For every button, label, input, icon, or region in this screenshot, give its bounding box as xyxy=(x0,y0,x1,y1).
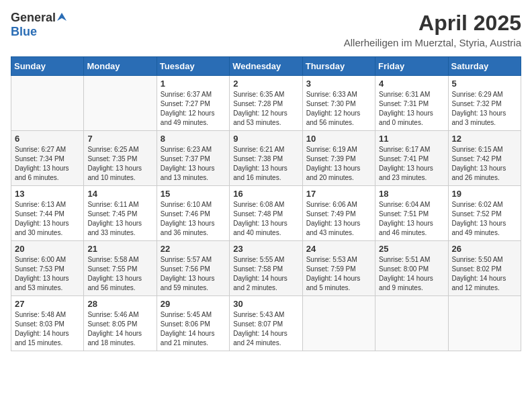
page-header: General Blue April 2025 Allerheiligen im… xyxy=(11,11,521,48)
calendar-row: 13Sunrise: 6:13 AMSunset: 7:44 PMDayligh… xyxy=(11,186,521,241)
day-info: Sunrise: 6:10 AMSunset: 7:46 PMDaylight:… xyxy=(161,200,226,238)
day-number: 26 xyxy=(452,244,517,254)
day-info: Sunrise: 5:57 AMSunset: 7:56 PMDaylight:… xyxy=(161,255,226,293)
day-number: 23 xyxy=(233,244,298,254)
table-row: 5Sunrise: 6:29 AMSunset: 7:32 PMDaylight… xyxy=(448,76,521,131)
table-row: 9Sunrise: 6:21 AMSunset: 7:38 PMDaylight… xyxy=(230,131,302,186)
logo: General Blue xyxy=(11,11,67,39)
col-wednesday: Wednesday xyxy=(230,57,302,76)
day-info: Sunrise: 6:02 AMSunset: 7:52 PMDaylight:… xyxy=(452,200,517,238)
day-info: Sunrise: 6:04 AMSunset: 7:51 PMDaylight:… xyxy=(379,200,444,238)
day-info: Sunrise: 6:15 AMSunset: 7:42 PMDaylight:… xyxy=(452,145,517,183)
day-number: 8 xyxy=(161,134,226,144)
day-number: 2 xyxy=(233,79,298,89)
table-row: 21Sunrise: 5:58 AMSunset: 7:55 PMDayligh… xyxy=(84,241,157,296)
table-row: 17Sunrise: 6:06 AMSunset: 7:49 PMDayligh… xyxy=(302,186,375,241)
day-number: 1 xyxy=(161,79,226,89)
day-number: 28 xyxy=(87,299,152,309)
day-number: 29 xyxy=(161,299,226,309)
day-number: 30 xyxy=(233,299,298,309)
table-row: 24Sunrise: 5:53 AMSunset: 7:59 PMDayligh… xyxy=(302,241,375,296)
day-info: Sunrise: 6:33 AMSunset: 7:30 PMDaylight:… xyxy=(306,90,371,128)
table-row: 22Sunrise: 5:57 AMSunset: 7:56 PMDayligh… xyxy=(157,241,229,296)
day-info: Sunrise: 6:35 AMSunset: 7:28 PMDaylight:… xyxy=(233,90,298,128)
calendar-row: 20Sunrise: 6:00 AMSunset: 7:53 PMDayligh… xyxy=(11,241,521,296)
day-info: Sunrise: 6:11 AMSunset: 7:45 PMDaylight:… xyxy=(87,200,152,238)
table-row: 12Sunrise: 6:15 AMSunset: 7:42 PMDayligh… xyxy=(448,131,521,186)
table-row: 14Sunrise: 6:11 AMSunset: 7:45 PMDayligh… xyxy=(84,186,157,241)
day-info: Sunrise: 6:06 AMSunset: 7:49 PMDaylight:… xyxy=(306,200,371,238)
calendar-table: Sunday Monday Tuesday Wednesday Thursday… xyxy=(11,56,521,351)
table-row xyxy=(84,76,157,131)
location-subtitle: Allerheiligen im Muerztal, Styria, Austr… xyxy=(344,37,521,48)
day-number: 25 xyxy=(379,244,444,254)
day-number: 20 xyxy=(15,244,80,254)
day-number: 22 xyxy=(161,244,226,254)
col-friday: Friday xyxy=(375,57,448,76)
day-number: 5 xyxy=(452,79,517,89)
day-info: Sunrise: 6:08 AMSunset: 7:48 PMDaylight:… xyxy=(233,200,298,238)
day-info: Sunrise: 5:55 AMSunset: 7:58 PMDaylight:… xyxy=(233,255,298,293)
day-info: Sunrise: 5:58 AMSunset: 7:55 PMDaylight:… xyxy=(87,255,152,293)
day-number: 15 xyxy=(161,189,226,199)
day-number: 10 xyxy=(306,134,371,144)
table-row: 4Sunrise: 6:31 AMSunset: 7:31 PMDaylight… xyxy=(375,76,448,131)
day-info: Sunrise: 5:48 AMSunset: 8:03 PMDaylight:… xyxy=(15,310,80,348)
table-row: 2Sunrise: 6:35 AMSunset: 7:28 PMDaylight… xyxy=(230,76,302,131)
calendar-row: 6Sunrise: 6:27 AMSunset: 7:34 PMDaylight… xyxy=(11,131,521,186)
day-number: 7 xyxy=(87,134,152,144)
day-number: 3 xyxy=(306,79,371,89)
logo-general-text: General xyxy=(11,11,56,25)
table-row: 28Sunrise: 5:46 AMSunset: 8:05 PMDayligh… xyxy=(84,296,157,351)
day-info: Sunrise: 6:29 AMSunset: 7:32 PMDaylight:… xyxy=(452,90,517,128)
day-number: 19 xyxy=(452,189,517,199)
table-row xyxy=(375,296,448,351)
day-number: 9 xyxy=(233,134,298,144)
table-row: 18Sunrise: 6:04 AMSunset: 7:51 PMDayligh… xyxy=(375,186,448,241)
table-row: 3Sunrise: 6:33 AMSunset: 7:30 PMDaylight… xyxy=(302,76,375,131)
table-row: 29Sunrise: 5:45 AMSunset: 8:06 PMDayligh… xyxy=(157,296,229,351)
day-info: Sunrise: 6:23 AMSunset: 7:37 PMDaylight:… xyxy=(161,145,226,183)
table-row: 16Sunrise: 6:08 AMSunset: 7:48 PMDayligh… xyxy=(230,186,302,241)
day-number: 14 xyxy=(87,189,152,199)
table-row: 30Sunrise: 5:43 AMSunset: 8:07 PMDayligh… xyxy=(230,296,302,351)
svg-marker-0 xyxy=(57,13,66,21)
table-row xyxy=(302,296,375,351)
day-info: Sunrise: 6:21 AMSunset: 7:38 PMDaylight:… xyxy=(233,145,298,183)
day-info: Sunrise: 5:50 AMSunset: 8:02 PMDaylight:… xyxy=(452,255,517,293)
day-info: Sunrise: 6:25 AMSunset: 7:35 PMDaylight:… xyxy=(87,145,152,183)
day-info: Sunrise: 5:46 AMSunset: 8:05 PMDaylight:… xyxy=(87,310,152,348)
table-row: 15Sunrise: 6:10 AMSunset: 7:46 PMDayligh… xyxy=(157,186,229,241)
col-monday: Monday xyxy=(84,57,157,76)
table-row: 7Sunrise: 6:25 AMSunset: 7:35 PMDaylight… xyxy=(84,131,157,186)
logo-blue-text: Blue xyxy=(11,25,37,38)
day-number: 16 xyxy=(233,189,298,199)
day-number: 17 xyxy=(306,189,371,199)
col-sunday: Sunday xyxy=(11,57,84,76)
table-row: 1Sunrise: 6:37 AMSunset: 7:27 PMDaylight… xyxy=(157,76,229,131)
day-info: Sunrise: 5:45 AMSunset: 8:06 PMDaylight:… xyxy=(161,310,226,348)
table-row: 20Sunrise: 6:00 AMSunset: 7:53 PMDayligh… xyxy=(11,241,84,296)
table-row: 13Sunrise: 6:13 AMSunset: 7:44 PMDayligh… xyxy=(11,186,84,241)
table-row: 23Sunrise: 5:55 AMSunset: 7:58 PMDayligh… xyxy=(230,241,302,296)
day-number: 18 xyxy=(379,189,444,199)
day-number: 12 xyxy=(452,134,517,144)
table-row: 6Sunrise: 6:27 AMSunset: 7:34 PMDaylight… xyxy=(11,131,84,186)
calendar-header-row: Sunday Monday Tuesday Wednesday Thursday… xyxy=(11,57,521,76)
table-row: 26Sunrise: 5:50 AMSunset: 8:02 PMDayligh… xyxy=(448,241,521,296)
col-thursday: Thursday xyxy=(302,57,375,76)
table-row: 27Sunrise: 5:48 AMSunset: 8:03 PMDayligh… xyxy=(11,296,84,351)
day-info: Sunrise: 6:31 AMSunset: 7:31 PMDaylight:… xyxy=(379,90,444,128)
day-info: Sunrise: 6:27 AMSunset: 7:34 PMDaylight:… xyxy=(15,145,80,183)
table-row: 25Sunrise: 5:51 AMSunset: 8:00 PMDayligh… xyxy=(375,241,448,296)
day-number: 24 xyxy=(306,244,371,254)
day-info: Sunrise: 6:37 AMSunset: 7:27 PMDaylight:… xyxy=(161,90,226,128)
table-row: 11Sunrise: 6:17 AMSunset: 7:41 PMDayligh… xyxy=(375,131,448,186)
day-info: Sunrise: 5:51 AMSunset: 8:00 PMDaylight:… xyxy=(379,255,444,293)
col-saturday: Saturday xyxy=(448,57,521,76)
day-info: Sunrise: 6:13 AMSunset: 7:44 PMDaylight:… xyxy=(15,200,80,238)
month-title: April 2025 xyxy=(344,11,521,36)
calendar-row: 1Sunrise: 6:37 AMSunset: 7:27 PMDaylight… xyxy=(11,76,521,131)
table-row xyxy=(448,296,521,351)
calendar-row: 27Sunrise: 5:48 AMSunset: 8:03 PMDayligh… xyxy=(11,296,521,351)
